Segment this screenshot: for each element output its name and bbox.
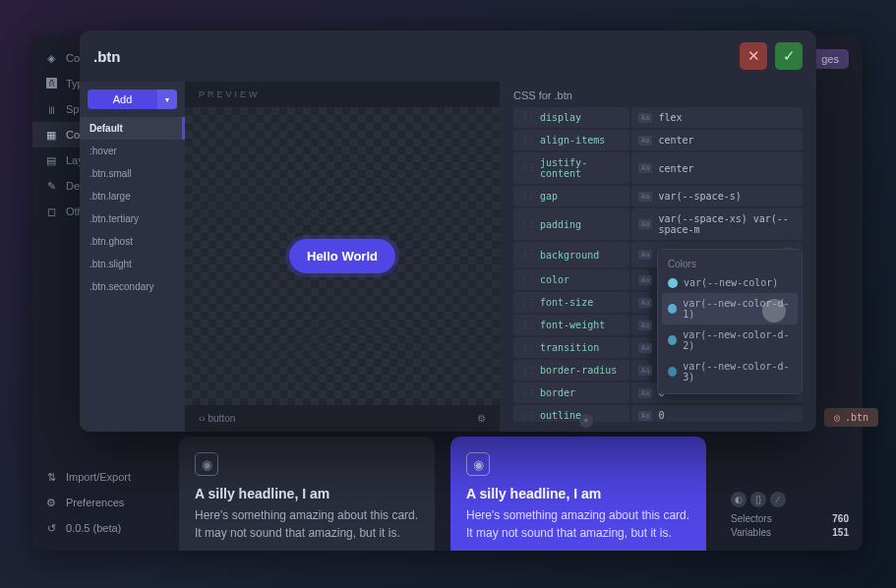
dropdown-item[interactable]: var(--new-color) (658, 272, 802, 293)
version-label: ↺0.0.5 (beta) (32, 515, 165, 541)
add-property-button[interactable]: + (579, 414, 593, 428)
var-badge: Aa (638, 366, 652, 376)
var-badge: Aa (638, 411, 652, 421)
dropdown-item[interactable]: var(--new-color-d-1) (662, 293, 798, 324)
dropdown-item[interactable]: var(--new-color-d-3) (658, 356, 802, 387)
grip-icon[interactable]: ⋮⋮ (520, 163, 534, 173)
var-badge: Aa (638, 192, 652, 202)
card-title: A silly headline, I am (195, 486, 419, 501)
dropdown-section-label: Colors (658, 256, 802, 272)
other-icon: ◻ (44, 205, 58, 218)
variant-slight[interactable]: .btn.slight (80, 253, 185, 275)
avatar-icon[interactable]: ◐ (731, 492, 747, 507)
css-rows: ⋮⋮displayAaflex ⋮⋮align-itemsAacenter ⋮⋮… (513, 107, 803, 422)
grip-icon[interactable]: ⋮⋮ (520, 343, 534, 353)
grip-icon[interactable]: ⋮⋮ (520, 275, 534, 285)
variant-small[interactable]: .btn.small (80, 162, 185, 185)
layout-icon: ▤ (44, 153, 58, 167)
add-variant-dropdown[interactable]: ▾ (157, 89, 177, 109)
braces-icon[interactable]: {} (750, 492, 766, 507)
camera-icon: ◉ (466, 452, 490, 476)
dropdown-item[interactable]: var(--new-color-d-2) (658, 324, 802, 356)
var-badge: Aa (638, 219, 652, 229)
preview-canvas: Hello World (185, 107, 500, 405)
check-icon: ✓ (783, 47, 796, 65)
var-badge: Aa (638, 113, 652, 123)
css-row[interactable]: ⋮⋮align-itemsAacenter (513, 130, 803, 150)
palette-icon: ◈ (44, 51, 58, 65)
grip-icon[interactable]: ⋮⋮ (520, 388, 534, 398)
preview-tag-label[interactable]: ‹› button (199, 413, 235, 424)
preview-settings-icon[interactable]: ⚙ (477, 413, 486, 424)
stats-panel: ◐ {} ⁄ Selectors760 Variables151 (731, 492, 849, 541)
color-swatch-icon (668, 335, 677, 345)
var-badge: Aa (638, 275, 652, 285)
var-badge: Aa (638, 388, 652, 398)
var-badge: Aa (638, 163, 652, 173)
clear-changes-button[interactable]: ges (811, 49, 849, 69)
code-icon[interactable]: ⁄ (770, 492, 786, 507)
css-row[interactable]: ⋮⋮outlineAa0 (513, 405, 803, 422)
close-icon: ✕ (747, 47, 760, 65)
grip-icon[interactable]: ⋮⋮ (520, 366, 534, 376)
value-autocomplete-dropdown: Colors var(--new-color) var(--new-color-… (657, 249, 803, 394)
variant-secondary[interactable]: .btn.secondary (80, 275, 185, 298)
grip-icon[interactable]: ⋮⋮ (520, 411, 534, 421)
component-editor-modal: .btn ✕ ✓ Add ▾ Default :hover .btn.small… (80, 30, 816, 432)
chevron-down-icon: ▾ (165, 95, 169, 104)
gear-icon: ⚙ (44, 496, 58, 509)
var-badge: Aa (638, 136, 652, 146)
grip-icon[interactable]: ⋮⋮ (520, 250, 534, 260)
color-swatch-icon (668, 304, 677, 314)
example-card-a: ◉ A silly headline, I am Here's somethin… (179, 437, 435, 551)
var-badge: Aa (638, 250, 652, 260)
ruler-icon: ⫼ (44, 102, 58, 116)
card-text: Here's something amazing about this card… (466, 506, 690, 542)
css-row[interactable]: ⋮⋮justify-contentAacenter (513, 152, 803, 184)
design-icon: ✎ (44, 179, 58, 193)
card-title: A silly headline, I am (466, 486, 690, 501)
import-export-button[interactable]: ⇅Import/Export (32, 464, 165, 490)
css-row[interactable]: ⋮⋮gapAavar(--space-s) (513, 186, 803, 206)
color-swatch-icon (668, 367, 677, 377)
grip-icon[interactable]: ⋮⋮ (520, 113, 534, 123)
var-badge: Aa (638, 343, 652, 353)
component-icon: ▦ (44, 128, 58, 142)
variant-ghost[interactable]: .btn.ghost (80, 230, 185, 253)
variant-default[interactable]: Default (80, 117, 185, 140)
version-icon: ↺ (44, 521, 58, 535)
css-panel-title: CSS for .btn (513, 82, 803, 107)
variant-tertiary[interactable]: .btn.tertiary (80, 207, 185, 230)
css-row[interactable]: ⋮⋮displayAaflex (513, 107, 803, 128)
type-icon: 🅰 (44, 77, 58, 90)
camera-icon: ◉ (195, 452, 218, 476)
add-variant-button[interactable]: Add (88, 89, 157, 109)
import-icon: ⇅ (44, 470, 58, 484)
card-text: Here's something amazing about this card… (195, 506, 419, 542)
grip-icon[interactable]: ⋮⋮ (520, 192, 534, 202)
grip-icon[interactable]: ⋮⋮ (520, 219, 534, 229)
confirm-button[interactable]: ✓ (775, 42, 803, 70)
preview-button[interactable]: Hello World (289, 239, 395, 273)
modal-title: .btn (93, 48, 740, 65)
example-card-b: ◉ A silly headline, I am Here's somethin… (450, 437, 706, 551)
selector-pill[interactable]: ◎.btn (824, 408, 878, 427)
target-icon: ◎ (834, 412, 840, 423)
color-swatch-icon (668, 278, 678, 288)
tag-icon: ‹› (199, 413, 206, 424)
var-badge: Aa (638, 321, 652, 330)
preferences-button[interactable]: ⚙Preferences (32, 490, 165, 515)
css-row[interactable]: ⋮⋮paddingAavar(--space-xs) var(--space-m (513, 208, 803, 240)
var-badge: Aa (638, 298, 652, 308)
preview-label: PREVIEW (185, 82, 500, 107)
grip-icon[interactable]: ⋮⋮ (520, 321, 534, 330)
grip-icon[interactable]: ⋮⋮ (520, 136, 534, 146)
variant-large[interactable]: .btn.large (80, 185, 185, 207)
variant-hover[interactable]: :hover (80, 140, 185, 162)
grip-icon[interactable]: ⋮⋮ (520, 298, 534, 308)
close-button[interactable]: ✕ (740, 42, 767, 70)
